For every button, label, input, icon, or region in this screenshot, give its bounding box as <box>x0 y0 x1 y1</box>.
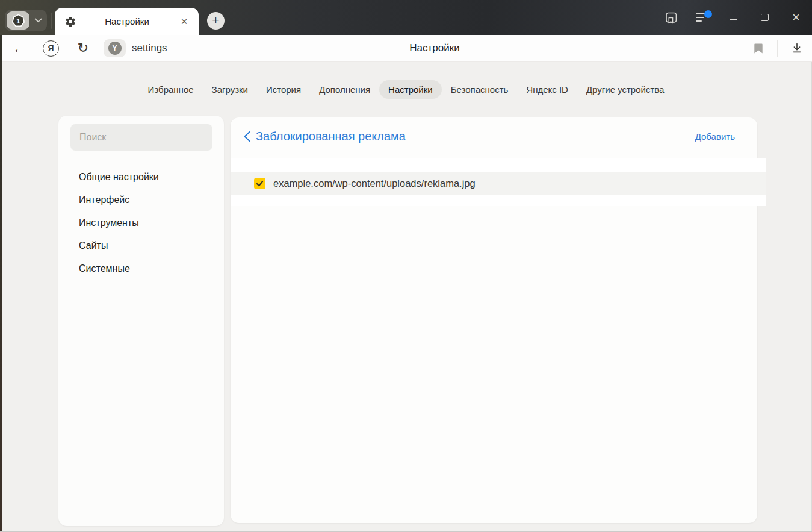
tab-strip: 1 Настройки × + <box>0 0 812 35</box>
sidebar-item-general[interactable]: Общие настройки <box>58 166 224 189</box>
sidebar-item-sites[interactable]: Сайты <box>58 234 224 257</box>
blocked-item-checkbox[interactable] <box>254 178 265 189</box>
sidebar-section-list: Общие настройки Интерфейс Инструменты Са… <box>58 166 224 280</box>
blocked-item-url: example.com/wp-content/uploads/reklama.j… <box>273 178 476 189</box>
tab-close-icon[interactable]: × <box>178 15 191 28</box>
close-window-button[interactable]: × <box>788 10 804 26</box>
tab-history[interactable]: История <box>257 80 310 99</box>
tab-count-label: 1 <box>16 17 20 24</box>
back-to-settings-button[interactable] <box>243 131 251 142</box>
side-panel-bookmarks-button[interactable] <box>663 10 679 26</box>
sidebar-item-tools[interactable]: Инструменты <box>58 211 224 234</box>
browser-toolbar: ← Я ↻ Y settings Настройки <box>0 35 812 62</box>
tab-downloads[interactable]: Загрузки <box>203 80 257 99</box>
chevron-down-icon <box>34 18 42 23</box>
bookmark-button[interactable] <box>752 42 764 55</box>
maximize-button[interactable] <box>757 10 773 26</box>
tab-other-devices[interactable]: Другие устройства <box>577 80 673 99</box>
bookmark-icon <box>752 42 764 55</box>
tab-counter-pill[interactable]: 1 <box>7 11 29 30</box>
settings-nav-tabs: Избранное Загрузки История Дополнения На… <box>0 80 812 99</box>
panel-bookmark-icon <box>664 10 678 25</box>
window-controls: × <box>663 0 804 35</box>
tab-yandex-id[interactable]: Яндекс ID <box>517 80 577 99</box>
tab-favorites[interactable]: Избранное <box>139 80 203 99</box>
tab-counter-button[interactable]: 1 <box>5 10 47 31</box>
new-tab-button[interactable]: + <box>207 12 225 30</box>
tab-list-dropdown[interactable] <box>29 18 47 23</box>
add-button[interactable]: Добавить <box>695 131 735 142</box>
blocked-item-row[interactable]: example.com/wp-content/uploads/reklama.j… <box>231 172 766 195</box>
panel-header: Заблокированная реклама Добавить <box>231 117 757 155</box>
blocked-list-viewport: example.com/wp-content/uploads/reklama.j… <box>231 158 766 206</box>
close-icon: × <box>792 11 800 24</box>
minimize-icon <box>730 19 737 20</box>
sidebar-item-system[interactable]: Системные <box>58 257 224 280</box>
tab-settings[interactable]: Настройки <box>379 80 442 99</box>
settings-favicon-icon: Y <box>108 42 122 55</box>
browser-menu-button[interactable] <box>694 10 710 26</box>
page-title: Настройки <box>409 42 459 54</box>
window-frame-left <box>0 35 2 532</box>
chevron-left-icon <box>243 131 251 142</box>
active-tab[interactable]: Настройки × <box>55 8 199 35</box>
back-button[interactable]: ← <box>11 40 27 57</box>
tab-addons[interactable]: Дополнения <box>310 80 379 99</box>
yandex-logo-icon[interactable]: Я <box>43 40 59 57</box>
gear-icon <box>64 16 76 28</box>
address-bar-text[interactable]: settings <box>132 42 167 54</box>
settings-sidebar: Общие настройки Интерфейс Инструменты Са… <box>58 116 224 526</box>
download-icon <box>790 42 804 55</box>
tabstrip-separator <box>51 13 52 29</box>
sidebar-item-interface[interactable]: Интерфейс <box>58 189 224 211</box>
tab-badge-icon: 1 <box>11 14 25 28</box>
tab-security[interactable]: Безопасность <box>442 80 518 99</box>
notification-dot <box>704 10 712 18</box>
panel-title: Заблокированная реклама <box>256 130 406 143</box>
maximize-icon <box>761 14 769 21</box>
search-input[interactable] <box>70 124 212 151</box>
downloads-button[interactable] <box>790 42 804 55</box>
check-icon <box>255 179 264 188</box>
toolbar-divider <box>777 40 778 57</box>
toolbar-right-group <box>752 40 804 57</box>
tab-title: Настройки <box>76 16 178 27</box>
refresh-button[interactable]: ↻ <box>75 40 91 56</box>
minimize-button[interactable] <box>725 10 742 26</box>
site-favicon-chip[interactable]: Y <box>104 39 126 57</box>
